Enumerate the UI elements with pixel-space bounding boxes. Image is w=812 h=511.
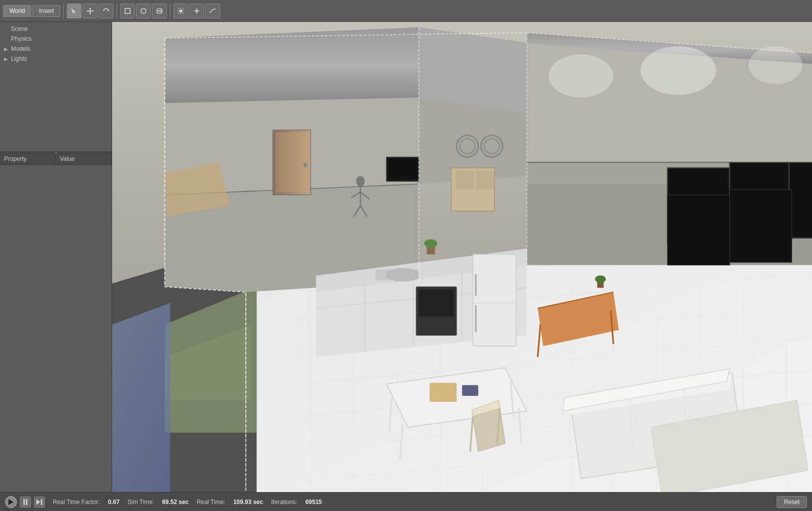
tree-arrow-lights: ▶ (4, 56, 9, 62)
svg-rect-90 (419, 289, 454, 316)
tool-cylinder[interactable] (152, 3, 167, 18)
toolbar-separator-2 (117, 4, 117, 18)
tool-translate[interactable] (83, 3, 98, 18)
svg-rect-74 (275, 132, 308, 192)
world-tree: Scene Physics ▶ Models ▶ Lights (0, 22, 112, 151)
tool-sphere[interactable] (136, 3, 151, 18)
tab-world[interactable]: World (3, 5, 31, 17)
svg-marker-52 (112, 303, 170, 492)
svg-point-59 (548, 54, 613, 98)
svg-rect-136 (26, 499, 27, 505)
sim-time-value: 69.52 sec (162, 499, 188, 506)
sim-time-label: Sim Time: (128, 499, 154, 506)
svg-rect-70 (789, 162, 812, 238)
scene-view (112, 22, 812, 492)
svg-rect-71 (668, 195, 730, 265)
svg-point-22 (196, 9, 198, 12)
sidebar: Scene Physics ▶ Models ▶ Lights Property… (0, 22, 112, 492)
main-content: Scene Physics ▶ Models ▶ Lights Property… (0, 22, 812, 492)
tool-box[interactable] (120, 3, 135, 18)
svg-rect-130 (476, 170, 495, 189)
tool-point-light[interactable] (189, 3, 204, 18)
statusbar: Real Time Factor: 0.67 Sim Time: 69.52 s… (0, 492, 812, 511)
svg-rect-77 (388, 159, 417, 179)
tool-sun-light[interactable] (173, 3, 188, 18)
svg-rect-135 (23, 499, 25, 505)
svg-line-20 (183, 8, 184, 9)
value-col-header: Value (56, 153, 112, 164)
svg-rect-95 (473, 255, 516, 346)
svg-marker-55 (165, 27, 419, 103)
toolbar-separator (63, 4, 64, 18)
svg-marker-3 (89, 13, 91, 14)
realtime-factor-label: Real Time Factor: (53, 499, 100, 506)
real-time-value: 109.93 sec (233, 499, 263, 506)
svg-marker-137 (36, 499, 40, 505)
svg-point-75 (303, 163, 307, 167)
svg-marker-2 (89, 7, 91, 9)
realtime-factor-value: 0.67 (108, 499, 120, 506)
svg-marker-6 (107, 9, 109, 11)
viewport[interactable] (112, 22, 812, 492)
tool-rotate[interactable] (99, 3, 114, 18)
svg-point-94 (424, 239, 437, 248)
properties-panel: Property Value (0, 153, 112, 492)
pause-button[interactable] (20, 497, 31, 508)
toolbar: World Insert (0, 0, 812, 22)
svg-line-21 (178, 12, 179, 13)
tree-arrow-models: ▶ (4, 46, 9, 52)
svg-point-13 (179, 9, 182, 12)
toolbar-separator-3 (170, 4, 170, 18)
properties-header: Property Value (0, 153, 112, 165)
iterations-label: Iterations: (271, 499, 297, 506)
tree-item-lights[interactable]: ▶ Lights (0, 54, 112, 64)
tree-item-physics[interactable]: Physics (0, 34, 112, 44)
svg-rect-7 (125, 8, 130, 13)
svg-marker-134 (8, 499, 13, 505)
svg-rect-98 (475, 305, 477, 332)
svg-rect-97 (475, 274, 477, 296)
step-button[interactable] (34, 497, 45, 508)
svg-point-122 (356, 176, 365, 187)
svg-point-60 (641, 46, 716, 95)
iterations-value: 69515 (305, 499, 322, 506)
svg-rect-72 (730, 189, 792, 262)
tree-item-models[interactable]: ▶ Models (0, 44, 112, 54)
svg-rect-105 (462, 385, 479, 396)
svg-point-8 (141, 8, 146, 13)
play-button[interactable] (5, 496, 17, 508)
svg-marker-5 (92, 10, 94, 12)
tab-insert[interactable]: Insert (32, 5, 60, 17)
svg-marker-4 (87, 10, 88, 12)
svg-rect-104 (429, 383, 456, 402)
reset-button[interactable]: Reset (777, 496, 807, 508)
tool-line[interactable] (205, 3, 220, 18)
property-col-header: Property (0, 153, 56, 164)
svg-point-120 (595, 275, 606, 283)
tool-select[interactable] (67, 3, 82, 18)
svg-rect-129 (455, 170, 474, 189)
tree-item-scene[interactable]: Scene (0, 24, 112, 34)
svg-point-9 (157, 8, 162, 10)
svg-rect-92 (376, 269, 419, 280)
svg-line-19 (183, 12, 184, 13)
playback-controls (5, 496, 45, 508)
svg-rect-138 (41, 499, 42, 505)
real-time-label: Real Time: (197, 499, 225, 506)
svg-line-18 (178, 8, 179, 9)
svg-point-12 (157, 11, 162, 13)
